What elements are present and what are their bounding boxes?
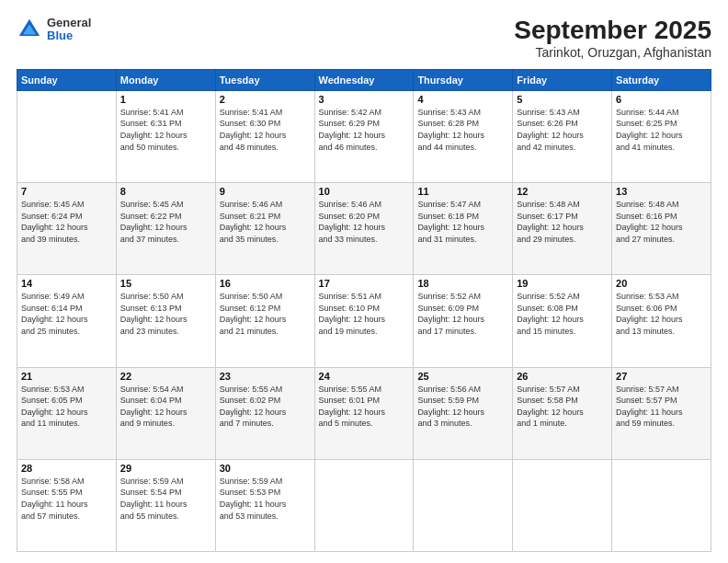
calendar-day-cell: 16Sunrise: 5:50 AM Sunset: 6:12 PM Dayli… xyxy=(215,275,314,367)
day-number: 17 xyxy=(319,278,410,289)
calendar-day-cell: 9Sunrise: 5:46 AM Sunset: 6:21 PM Daylig… xyxy=(215,183,314,275)
day-info: Sunrise: 5:56 AM Sunset: 5:59 PM Dayligh… xyxy=(417,384,508,430)
day-info: Sunrise: 5:50 AM Sunset: 6:12 PM Dayligh… xyxy=(220,291,311,337)
day-number: 10 xyxy=(319,186,410,197)
calendar-header-day: Sunday xyxy=(17,69,117,90)
day-number: 9 xyxy=(220,186,311,197)
day-number: 25 xyxy=(417,371,508,382)
page-title: September 2025 xyxy=(514,17,711,45)
logo: General Blue xyxy=(17,17,91,43)
calendar-week-row: 7Sunrise: 5:45 AM Sunset: 6:24 PM Daylig… xyxy=(17,183,711,275)
calendar-day-cell: 6Sunrise: 5:44 AM Sunset: 6:25 PM Daylig… xyxy=(612,90,711,182)
day-number: 28 xyxy=(21,463,112,474)
day-info: Sunrise: 5:42 AM Sunset: 6:29 PM Dayligh… xyxy=(319,107,410,153)
calendar-day-cell: 13Sunrise: 5:48 AM Sunset: 6:16 PM Dayli… xyxy=(612,183,711,275)
calendar-day-cell: 22Sunrise: 5:54 AM Sunset: 6:04 PM Dayli… xyxy=(116,367,215,459)
day-info: Sunrise: 5:55 AM Sunset: 6:01 PM Dayligh… xyxy=(319,384,410,430)
day-info: Sunrise: 5:53 AM Sunset: 6:06 PM Dayligh… xyxy=(616,291,707,337)
header: General Blue September 2025 Tarinkot, Or… xyxy=(17,17,711,60)
day-info: Sunrise: 5:53 AM Sunset: 6:05 PM Dayligh… xyxy=(21,384,112,430)
day-number: 27 xyxy=(616,371,707,382)
day-info: Sunrise: 5:52 AM Sunset: 6:08 PM Dayligh… xyxy=(517,291,608,337)
calendar-day-cell: 25Sunrise: 5:56 AM Sunset: 5:59 PM Dayli… xyxy=(414,367,513,459)
calendar-week-row: 28Sunrise: 5:58 AM Sunset: 5:55 PM Dayli… xyxy=(17,459,711,551)
calendar-day-cell: 3Sunrise: 5:42 AM Sunset: 6:29 PM Daylig… xyxy=(314,90,414,182)
day-info: Sunrise: 5:54 AM Sunset: 6:04 PM Dayligh… xyxy=(120,384,211,430)
day-number: 16 xyxy=(220,278,311,289)
day-info: Sunrise: 5:43 AM Sunset: 6:28 PM Dayligh… xyxy=(417,107,508,153)
calendar-day-cell: 12Sunrise: 5:48 AM Sunset: 6:17 PM Dayli… xyxy=(513,183,612,275)
day-info: Sunrise: 5:43 AM Sunset: 6:26 PM Dayligh… xyxy=(517,107,608,153)
calendar-day-cell: 27Sunrise: 5:57 AM Sunset: 5:57 PM Dayli… xyxy=(612,367,711,459)
calendar-week-row: 1Sunrise: 5:41 AM Sunset: 6:31 PM Daylig… xyxy=(17,90,711,182)
calendar-day-cell xyxy=(513,459,612,551)
day-number: 29 xyxy=(120,463,211,474)
day-info: Sunrise: 5:45 AM Sunset: 6:24 PM Dayligh… xyxy=(21,199,112,245)
day-info: Sunrise: 5:55 AM Sunset: 6:02 PM Dayligh… xyxy=(220,384,311,430)
calendar-header-day: Wednesday xyxy=(314,69,414,90)
calendar-day-cell xyxy=(314,459,414,551)
day-number: 26 xyxy=(517,371,608,382)
day-info: Sunrise: 5:49 AM Sunset: 6:14 PM Dayligh… xyxy=(21,291,112,337)
day-info: Sunrise: 5:59 AM Sunset: 5:54 PM Dayligh… xyxy=(120,476,211,522)
day-number: 30 xyxy=(220,463,311,474)
calendar-day-cell: 17Sunrise: 5:51 AM Sunset: 6:10 PM Dayli… xyxy=(314,275,414,367)
calendar-header-day: Monday xyxy=(116,69,215,90)
day-info: Sunrise: 5:45 AM Sunset: 6:22 PM Dayligh… xyxy=(120,199,211,245)
calendar-week-row: 21Sunrise: 5:53 AM Sunset: 6:05 PM Dayli… xyxy=(17,367,711,459)
logo-text: General Blue xyxy=(47,17,91,43)
calendar-day-cell: 24Sunrise: 5:55 AM Sunset: 6:01 PM Dayli… xyxy=(314,367,414,459)
day-number: 3 xyxy=(319,94,410,105)
calendar-day-cell xyxy=(612,459,711,551)
calendar-header-day: Saturday xyxy=(612,69,711,90)
day-info: Sunrise: 5:57 AM Sunset: 5:58 PM Dayligh… xyxy=(517,384,608,430)
calendar-day-cell: 29Sunrise: 5:59 AM Sunset: 5:54 PM Dayli… xyxy=(116,459,215,551)
day-info: Sunrise: 5:41 AM Sunset: 6:30 PM Dayligh… xyxy=(220,107,311,153)
day-number: 18 xyxy=(417,278,508,289)
day-info: Sunrise: 5:57 AM Sunset: 5:57 PM Dayligh… xyxy=(616,384,707,430)
calendar-day-cell: 30Sunrise: 5:59 AM Sunset: 5:53 PM Dayli… xyxy=(215,459,314,551)
day-info: Sunrise: 5:52 AM Sunset: 6:09 PM Dayligh… xyxy=(417,291,508,337)
page: General Blue September 2025 Tarinkot, Or… xyxy=(0,0,728,563)
calendar-day-cell: 21Sunrise: 5:53 AM Sunset: 6:05 PM Dayli… xyxy=(17,367,117,459)
calendar-header-row: SundayMondayTuesdayWednesdayThursdayFrid… xyxy=(17,69,711,90)
title-block: September 2025 Tarinkot, Oruzgan, Afghan… xyxy=(514,17,711,60)
calendar-header-day: Tuesday xyxy=(215,69,314,90)
day-number: 12 xyxy=(517,186,608,197)
calendar-day-cell: 11Sunrise: 5:47 AM Sunset: 6:18 PM Dayli… xyxy=(414,183,513,275)
calendar-day-cell: 20Sunrise: 5:53 AM Sunset: 6:06 PM Dayli… xyxy=(612,275,711,367)
day-number: 11 xyxy=(417,186,508,197)
calendar-day-cell: 10Sunrise: 5:46 AM Sunset: 6:20 PM Dayli… xyxy=(314,183,414,275)
day-number: 20 xyxy=(616,278,707,289)
day-number: 21 xyxy=(21,371,112,382)
day-number: 8 xyxy=(120,186,211,197)
day-number: 4 xyxy=(417,94,508,105)
day-info: Sunrise: 5:48 AM Sunset: 6:16 PM Dayligh… xyxy=(616,199,707,245)
day-info: Sunrise: 5:48 AM Sunset: 6:17 PM Dayligh… xyxy=(517,199,608,245)
logo-icon xyxy=(17,17,42,42)
day-number: 6 xyxy=(616,94,707,105)
day-info: Sunrise: 5:59 AM Sunset: 5:53 PM Dayligh… xyxy=(220,476,311,522)
calendar-day-cell: 14Sunrise: 5:49 AM Sunset: 6:14 PM Dayli… xyxy=(17,275,117,367)
calendar-day-cell: 5Sunrise: 5:43 AM Sunset: 6:26 PM Daylig… xyxy=(513,90,612,182)
day-info: Sunrise: 5:44 AM Sunset: 6:25 PM Dayligh… xyxy=(616,107,707,153)
calendar-week-row: 14Sunrise: 5:49 AM Sunset: 6:14 PM Dayli… xyxy=(17,275,711,367)
day-info: Sunrise: 5:41 AM Sunset: 6:31 PM Dayligh… xyxy=(120,107,211,153)
day-number: 24 xyxy=(319,371,410,382)
calendar-day-cell: 26Sunrise: 5:57 AM Sunset: 5:58 PM Dayli… xyxy=(513,367,612,459)
day-info: Sunrise: 5:46 AM Sunset: 6:20 PM Dayligh… xyxy=(319,199,410,245)
day-info: Sunrise: 5:46 AM Sunset: 6:21 PM Dayligh… xyxy=(220,199,311,245)
calendar-day-cell xyxy=(414,459,513,551)
day-number: 2 xyxy=(220,94,311,105)
calendar-header-day: Friday xyxy=(513,69,612,90)
day-info: Sunrise: 5:51 AM Sunset: 6:10 PM Dayligh… xyxy=(319,291,410,337)
day-number: 22 xyxy=(120,371,211,382)
calendar-day-cell xyxy=(17,90,117,182)
calendar-day-cell: 7Sunrise: 5:45 AM Sunset: 6:24 PM Daylig… xyxy=(17,183,117,275)
day-info: Sunrise: 5:58 AM Sunset: 5:55 PM Dayligh… xyxy=(21,476,112,522)
calendar-day-cell: 19Sunrise: 5:52 AM Sunset: 6:08 PM Dayli… xyxy=(513,275,612,367)
day-number: 14 xyxy=(21,278,112,289)
calendar-day-cell: 15Sunrise: 5:50 AM Sunset: 6:13 PM Dayli… xyxy=(116,275,215,367)
day-number: 5 xyxy=(517,94,608,105)
calendar-day-cell: 8Sunrise: 5:45 AM Sunset: 6:22 PM Daylig… xyxy=(116,183,215,275)
